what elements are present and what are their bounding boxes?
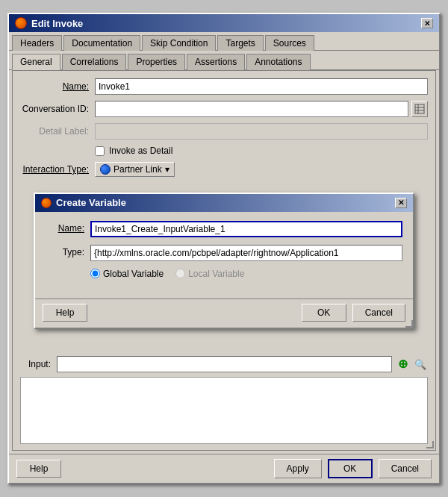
tab-targets[interactable]: Targets <box>217 35 263 51</box>
modal-overlay: Create Variable ✕ Name: Type: <box>13 71 435 450</box>
modal-title-left: Create Variable <box>41 197 126 208</box>
close-button[interactable]: ✕ <box>421 18 433 28</box>
modal-name-input[interactable] <box>90 221 402 237</box>
modal-cancel-button[interactable]: Cancel <box>352 304 405 322</box>
modal-resize-handle[interactable] <box>405 320 413 328</box>
tab-documentation[interactable]: Documentation <box>63 35 140 51</box>
tab-headers[interactable]: Headers <box>12 35 62 51</box>
main-window: Edit Invoke ✕ Headers Documentation Skip… <box>7 13 441 484</box>
modal-close-button[interactable]: ✕ <box>395 198 407 208</box>
variable-scope-row: Global Variable Local Variable <box>90 269 402 279</box>
cancel-button[interactable]: Cancel <box>379 459 432 478</box>
modal-title-bar: Create Variable ✕ <box>35 194 413 212</box>
local-variable-radio[interactable] <box>175 269 185 278</box>
window-title: Edit Invoke <box>31 18 83 29</box>
global-variable-label: Global Variable <box>103 269 164 279</box>
title-bar: Edit Invoke ✕ <box>9 14 439 32</box>
tab-correlations[interactable]: Correlations <box>62 54 127 70</box>
main-action-buttons: Apply OK Cancel <box>274 459 432 478</box>
modal-ok-button[interactable]: OK <box>302 304 346 322</box>
modal-name-label: Name: <box>46 221 90 234</box>
tab-properties[interactable]: Properties <box>128 54 185 70</box>
app-icon <box>15 17 27 29</box>
global-variable-option[interactable]: Global Variable <box>90 269 164 279</box>
modal-title-text: Create Variable <box>56 197 126 208</box>
ok-button[interactable]: OK <box>328 459 373 478</box>
help-button[interactable]: Help <box>16 460 61 478</box>
modal-name-row: Name: <box>46 221 402 237</box>
tab-row-2: General Correlations Properties Assertio… <box>9 51 439 70</box>
tab-row-1: Headers Documentation Skip Condition Tar… <box>9 32 439 51</box>
bottom-bar: Help Apply OK Cancel <box>9 454 439 483</box>
modal-app-icon <box>41 198 52 208</box>
modal-type-input[interactable] <box>90 245 402 261</box>
create-variable-modal: Create Variable ✕ Name: Type: <box>34 193 414 329</box>
tab-annotations[interactable]: Annotations <box>246 54 310 70</box>
modal-bottom-bar: Help OK Cancel <box>35 298 413 328</box>
content-area: Name: Conversation ID: Detail Labe <box>12 70 436 451</box>
modal-type-row: Type: <box>46 245 402 261</box>
tab-skip-condition[interactable]: Skip Condition <box>142 35 216 51</box>
tab-sources[interactable]: Sources <box>265 35 314 51</box>
modal-type-label: Type: <box>46 245 90 257</box>
global-variable-radio[interactable] <box>90 269 100 278</box>
modal-help-button[interactable]: Help <box>43 304 87 322</box>
title-bar-left: Edit Invoke <box>15 17 83 29</box>
local-variable-label: Local Variable <box>188 269 244 279</box>
modal-action-buttons: OK Cancel <box>302 304 405 322</box>
tab-assertions[interactable]: Assertions <box>187 54 245 70</box>
tab-general[interactable]: General <box>12 54 60 70</box>
modal-content: Name: Type: Global Variable <box>35 212 413 298</box>
local-variable-option[interactable]: Local Variable <box>175 269 244 279</box>
apply-button[interactable]: Apply <box>274 459 322 478</box>
